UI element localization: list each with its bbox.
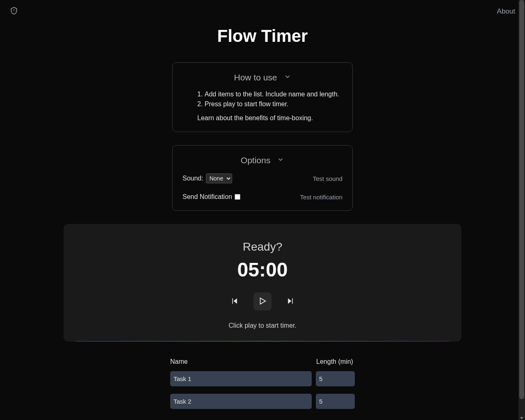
task-length-header: Length (min) [316, 358, 355, 365]
task-row [170, 371, 355, 386]
task-length-input[interactable] [316, 371, 355, 386]
notification-label: Send Notification [183, 193, 232, 201]
notification-checkbox[interactable] [235, 194, 240, 200]
page-title: Flow Timer [0, 26, 525, 46]
how-to-step: Press play to start flow timer. [197, 100, 342, 108]
svg-marker-5 [288, 298, 291, 304]
task-row [170, 394, 355, 409]
scrollbar-thumb[interactable] [519, 0, 524, 399]
timer-hint: Click play to start timer. [76, 322, 449, 329]
options-title: Options [241, 155, 270, 165]
task-length-input[interactable] [316, 394, 355, 409]
about-link[interactable]: About [497, 7, 515, 16]
task-name-header: Name [170, 358, 312, 365]
options-card: Options Sound: None Test sound Send Noti… [172, 145, 353, 211]
svg-rect-3 [232, 298, 233, 304]
task-name-input[interactable] [170, 394, 312, 409]
previous-button[interactable] [231, 297, 239, 306]
learn-more-link[interactable]: Learn about the benefits of time-boxing. [183, 114, 342, 122]
logo-icon [10, 7, 18, 16]
timer-status: Ready? [76, 240, 449, 253]
task-section: Name Length (min) [170, 358, 355, 409]
divider [76, 341, 449, 342]
chevron-down-icon [277, 156, 284, 165]
test-sound-link[interactable]: Test sound [313, 175, 342, 182]
scrollbar-down-icon[interactable] [520, 417, 523, 419]
test-notification-link[interactable]: Test notification [300, 194, 342, 201]
sound-select[interactable]: None [206, 173, 232, 183]
skip-back-icon [231, 297, 239, 306]
skip-forward-icon [286, 297, 294, 306]
sound-label: Sound: [183, 175, 203, 182]
how-to-step: Add items to the list. Include name and … [197, 91, 342, 98]
svg-marker-2 [234, 298, 237, 304]
chevron-down-icon [284, 73, 291, 82]
options-header[interactable]: Options [183, 155, 342, 165]
scrollbar[interactable] [518, 0, 525, 420]
svg-marker-4 [260, 298, 266, 304]
svg-rect-6 [292, 298, 293, 304]
timer-display: 05:00 [76, 258, 449, 281]
how-to-use-card: How to use Add items to the list. Includ… [172, 62, 353, 132]
next-button[interactable] [286, 297, 294, 306]
how-to-use-title: How to use [234, 73, 277, 82]
how-to-use-header[interactable]: How to use [183, 73, 342, 82]
play-button[interactable] [253, 292, 272, 310]
play-icon [258, 297, 267, 307]
timer-panel: Ready? 05:00 [64, 224, 461, 342]
task-name-input[interactable] [170, 371, 312, 386]
